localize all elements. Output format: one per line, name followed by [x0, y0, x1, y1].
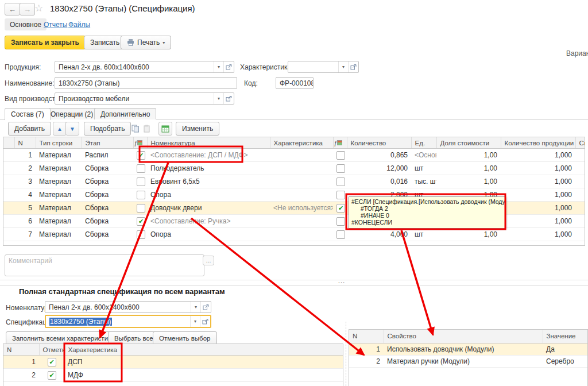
tab-operations[interactable]: Операции (2) — [44, 108, 99, 119]
checkbox-checked[interactable]: ✔ — [48, 371, 56, 380]
print-button[interactable]: Печать ▾ — [121, 36, 171, 49]
product-field[interactable]: Пенал 2-х дв. 600х1400х600 ▾ — [55, 61, 234, 73]
splitter-line — [0, 285, 588, 286]
tab-additional[interactable]: Дополнительно — [94, 108, 156, 119]
page-title: 1830х2750 (Этапы) (Спецификация) — [50, 3, 195, 13]
checkbox-unchecked[interactable] — [336, 151, 345, 160]
add-button[interactable]: Добавить — [8, 122, 51, 136]
tab-reports[interactable]: Отчеты — [44, 21, 67, 29]
table-row[interactable]: 2 Материал ручки (Модули) Серебро — [349, 355, 587, 367]
col-product-qty[interactable]: Количество продукции — [501, 137, 575, 149]
splitter-handle[interactable]: … — [338, 276, 346, 285]
comment-more-button[interactable]: ... — [203, 256, 214, 265]
chevron-down-icon[interactable]: ▾ — [191, 302, 200, 312]
chevron-down-icon[interactable]: ▾ — [214, 61, 223, 72]
checkbox-unchecked[interactable] — [336, 217, 345, 226]
tab-main[interactable]: Основное — [5, 18, 47, 30]
characteristic-field[interactable]: ▾ — [288, 61, 359, 73]
tab-files[interactable]: Файлы — [68, 21, 90, 29]
favorite-star-icon[interactable]: ☆ — [34, 2, 43, 14]
col-value[interactable]: Значение — [543, 330, 587, 343]
col-n[interactable]: N — [14, 137, 36, 149]
checkbox-unchecked[interactable] — [336, 164, 345, 173]
specification-window: ← → ☆ 1830х2750 (Этапы) (Спецификация) О… — [0, 0, 588, 386]
copy-icon[interactable] — [130, 123, 141, 134]
checkbox-checked[interactable]: ✔ — [137, 151, 145, 160]
col-property[interactable]: Свойство — [384, 330, 543, 343]
checkbox-checked[interactable]: ✔ — [48, 358, 56, 366]
move-down-button[interactable]: ▼ — [65, 122, 79, 136]
open-link-icon[interactable] — [348, 61, 358, 72]
checkbox-unchecked[interactable] — [137, 230, 145, 239]
edit-button[interactable]: Изменить — [176, 122, 219, 136]
col-n[interactable]: N — [3, 344, 39, 356]
save-button[interactable]: Записать — [84, 36, 126, 49]
table-row[interactable]: 3 МатериалСборка Евровинт 6,5х5 0,016 ты… — [3, 175, 585, 188]
col-nomenclature[interactable]: Номенклатура — [147, 137, 270, 149]
arrow-down-icon: ▼ — [69, 126, 75, 132]
pick-button[interactable]: Подобрать — [84, 122, 131, 136]
tab-structure[interactable]: Состав (7) — [5, 108, 51, 120]
save-close-button[interactable]: Записать и закрыть — [5, 36, 86, 49]
bottom-heading: Полная стандартная спецификация по всем … — [19, 287, 225, 296]
properties-table: N Свойство Значение 1 Использовать довод… — [349, 329, 588, 386]
col-fx1[interactable]: f — [133, 137, 147, 149]
col-mark[interactable]: Отметка — [39, 344, 64, 356]
col-unit[interactable]: Ед. — [411, 137, 436, 149]
open-link-icon[interactable] — [200, 302, 211, 312]
code-field[interactable]: ФР-000108 — [276, 77, 314, 89]
move-up-button[interactable]: ▲ — [53, 122, 67, 136]
spreadsheet-icon[interactable] — [158, 122, 172, 136]
table-row-current[interactable]: 1 ✔ ДСП — [3, 356, 343, 369]
header-row: N Отметка Характеристика — [3, 344, 343, 356]
table-row[interactable]: 1 МатериалРаспил ✔ <Сопоставление: ДСП /… — [3, 149, 585, 162]
col-n[interactable]: N — [349, 330, 384, 343]
col-characteristic[interactable]: Характеристика — [64, 344, 343, 356]
nomenclature-field[interactable]: Пенал 2-х дв. 600х1400х600 ▾ — [45, 301, 211, 313]
paste-icon[interactable] — [141, 123, 153, 134]
col-stage[interactable]: Этап — [82, 137, 133, 149]
check-icon: ✔ — [49, 372, 54, 379]
name-label: Наименование: — [5, 79, 55, 87]
open-link-icon[interactable] — [223, 93, 234, 104]
checkbox-unchecked[interactable] — [137, 164, 145, 173]
header-row: N Свойство Значение — [349, 330, 587, 343]
back-button[interactable]: ← — [5, 3, 20, 16]
vertical-splitter[interactable] — [346, 322, 346, 386]
col-fx2[interactable]: f — [333, 137, 347, 149]
forward-button[interactable]: → — [20, 3, 35, 16]
open-link-icon[interactable] — [200, 316, 210, 327]
name-field[interactable]: 1830х2750 (Этапы) — [55, 77, 237, 89]
col-quantity[interactable]: Количество — [347, 137, 411, 149]
checkbox-unchecked[interactable] — [137, 204, 145, 213]
checkbox-unchecked[interactable] — [336, 191, 345, 199]
col-cost-share[interactable]: Доля стоимости — [436, 137, 501, 149]
checkbox-unchecked[interactable] — [137, 177, 145, 186]
open-link-icon[interactable] — [223, 61, 234, 72]
comment-input[interactable] — [5, 255, 204, 276]
checkbox-unchecked[interactable] — [336, 177, 345, 186]
current-cell: Да — [543, 343, 587, 355]
checkbox-unchecked[interactable] — [336, 230, 345, 239]
characteristic-label: Характеристика: — [240, 63, 293, 71]
formula-icon: f — [135, 140, 142, 146]
table-row[interactable]: 2 МатериалСборка Полкодержатель 12,000 ш… — [3, 162, 585, 175]
table-row[interactable]: 2 ✔ МДФ — [3, 369, 343, 382]
comment-box[interactable] — [5, 254, 204, 276]
specification-field[interactable]: 1830х2750 (Этапы) ▾ — [45, 315, 211, 328]
col-spec[interactable]: Спец — [575, 137, 585, 149]
col-characteristic[interactable]: Характеристика — [270, 137, 333, 149]
checkbox-checked[interactable]: ✔ — [137, 217, 145, 226]
chevron-down-icon[interactable]: ▾ — [338, 61, 348, 72]
col-row-type[interactable]: Тип строки — [36, 137, 82, 149]
code-label: Код: — [244, 79, 258, 87]
production-type-field[interactable]: Производство мебели ▾ — [55, 92, 234, 105]
chevron-down-icon[interactable]: ▾ — [190, 316, 200, 327]
table-row[interactable]: 7 МатериалСборка Опора 4,000 шт 1,00 1,0… — [3, 228, 585, 241]
chevron-down-icon[interactable]: ▾ — [214, 93, 223, 104]
checkbox-unchecked[interactable] — [137, 191, 145, 199]
header-row: N Тип строки Этап f Номенклатура Характе… — [3, 137, 585, 149]
table-row-current[interactable]: 1 Использовать доводчик (Модули) Да — [349, 343, 587, 355]
check-icon: ✔ — [338, 204, 343, 211]
checkbox-checked[interactable]: ✔ — [336, 204, 345, 213]
